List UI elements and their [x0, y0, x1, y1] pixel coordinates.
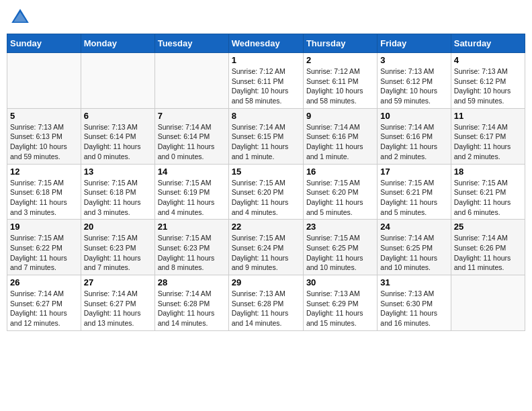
calendar-cell: 11Sunrise: 7:14 AM Sunset: 6:17 PM Dayli… [451, 108, 525, 164]
page-header [7, 7, 525, 28]
day-number: 17 [380, 167, 447, 177]
calendar-cell: 5Sunrise: 7:13 AM Sunset: 6:13 PM Daylig… [7, 108, 81, 164]
calendar-cell: 17Sunrise: 7:15 AM Sunset: 6:21 PM Dayli… [378, 164, 451, 220]
calendar-week-row: 12Sunrise: 7:15 AM Sunset: 6:18 PM Dayli… [7, 164, 525, 220]
calendar-cell: 3Sunrise: 7:13 AM Sunset: 6:12 PM Daylig… [378, 53, 451, 109]
day-number: 30 [306, 277, 374, 287]
calendar-cell [7, 53, 81, 109]
day-info: Sunrise: 7:15 AM Sunset: 6:20 PM Dayligh… [232, 178, 300, 218]
calendar-week-row: 5Sunrise: 7:13 AM Sunset: 6:13 PM Daylig… [7, 108, 525, 164]
day-number: 31 [380, 277, 447, 287]
weekday-header: Sunday [7, 34, 81, 53]
day-number: 20 [84, 222, 152, 232]
day-number: 26 [10, 277, 78, 287]
day-number: 12 [10, 167, 78, 177]
calendar-cell: 23Sunrise: 7:15 AM Sunset: 6:25 PM Dayli… [303, 220, 377, 275]
day-number: 2 [306, 55, 374, 65]
calendar-cell: 24Sunrise: 7:14 AM Sunset: 6:25 PM Dayli… [378, 220, 451, 275]
day-info: Sunrise: 7:12 AM Sunset: 6:11 PM Dayligh… [306, 66, 374, 106]
day-info: Sunrise: 7:14 AM Sunset: 6:17 PM Dayligh… [454, 122, 522, 162]
weekday-header: Monday [81, 34, 154, 53]
day-info: Sunrise: 7:15 AM Sunset: 6:20 PM Dayligh… [306, 178, 374, 218]
calendar-week-row: 26Sunrise: 7:14 AM Sunset: 6:27 PM Dayli… [7, 275, 525, 331]
calendar-cell: 6Sunrise: 7:13 AM Sunset: 6:14 PM Daylig… [81, 108, 154, 164]
calendar-cell: 13Sunrise: 7:15 AM Sunset: 6:18 PM Dayli… [81, 164, 154, 220]
weekday-header: Saturday [451, 34, 525, 53]
day-info: Sunrise: 7:14 AM Sunset: 6:15 PM Dayligh… [232, 122, 300, 162]
logo-icon [9, 7, 31, 28]
calendar-cell [81, 53, 154, 109]
day-info: Sunrise: 7:13 AM Sunset: 6:13 PM Dayligh… [10, 122, 78, 162]
weekday-header: Friday [378, 34, 451, 53]
calendar-cell: 22Sunrise: 7:15 AM Sunset: 6:24 PM Dayli… [228, 220, 303, 275]
day-info: Sunrise: 7:15 AM Sunset: 6:24 PM Dayligh… [232, 233, 300, 273]
calendar-cell: 27Sunrise: 7:14 AM Sunset: 6:27 PM Dayli… [81, 275, 154, 331]
calendar-table: SundayMondayTuesdayWednesdayThursdayFrid… [7, 34, 525, 331]
calendar-week-row: 1Sunrise: 7:12 AM Sunset: 6:11 PM Daylig… [7, 53, 525, 109]
day-number: 15 [232, 167, 300, 177]
day-info: Sunrise: 7:12 AM Sunset: 6:11 PM Dayligh… [232, 66, 300, 106]
calendar-cell: 18Sunrise: 7:15 AM Sunset: 6:21 PM Dayli… [451, 164, 525, 220]
day-number: 1 [232, 55, 300, 65]
day-info: Sunrise: 7:14 AM Sunset: 6:28 PM Dayligh… [158, 289, 226, 328]
day-number: 29 [232, 277, 300, 287]
day-info: Sunrise: 7:15 AM Sunset: 6:18 PM Dayligh… [10, 178, 78, 218]
day-info: Sunrise: 7:13 AM Sunset: 6:12 PM Dayligh… [380, 66, 447, 106]
day-number: 28 [158, 277, 226, 287]
calendar-cell: 28Sunrise: 7:14 AM Sunset: 6:28 PM Dayli… [154, 275, 228, 331]
weekday-header: Wednesday [228, 34, 303, 53]
day-info: Sunrise: 7:15 AM Sunset: 6:25 PM Dayligh… [306, 233, 374, 273]
calendar-cell [451, 275, 525, 331]
day-number: 23 [306, 222, 374, 232]
calendar-cell [154, 53, 228, 109]
calendar-week-row: 19Sunrise: 7:15 AM Sunset: 6:22 PM Dayli… [7, 220, 525, 275]
calendar-cell: 20Sunrise: 7:15 AM Sunset: 6:23 PM Dayli… [81, 220, 154, 275]
day-number: 8 [232, 111, 300, 121]
calendar-cell: 8Sunrise: 7:14 AM Sunset: 6:15 PM Daylig… [228, 108, 303, 164]
day-number: 19 [10, 222, 78, 232]
weekday-header-row: SundayMondayTuesdayWednesdayThursdayFrid… [7, 34, 525, 53]
logo [9, 7, 34, 28]
calendar-cell: 21Sunrise: 7:15 AM Sunset: 6:23 PM Dayli… [154, 220, 228, 275]
calendar-cell: 19Sunrise: 7:15 AM Sunset: 6:22 PM Dayli… [7, 220, 81, 275]
day-number: 22 [232, 222, 300, 232]
day-info: Sunrise: 7:15 AM Sunset: 6:18 PM Dayligh… [84, 178, 152, 218]
day-number: 11 [454, 111, 522, 121]
day-number: 25 [454, 222, 522, 232]
day-info: Sunrise: 7:14 AM Sunset: 6:16 PM Dayligh… [380, 122, 447, 162]
calendar-cell: 2Sunrise: 7:12 AM Sunset: 6:11 PM Daylig… [303, 53, 377, 109]
day-info: Sunrise: 7:15 AM Sunset: 6:23 PM Dayligh… [158, 233, 226, 273]
day-info: Sunrise: 7:14 AM Sunset: 6:14 PM Dayligh… [158, 122, 226, 162]
day-info: Sunrise: 7:13 AM Sunset: 6:29 PM Dayligh… [306, 289, 374, 328]
calendar-cell: 26Sunrise: 7:14 AM Sunset: 6:27 PM Dayli… [7, 275, 81, 331]
day-number: 10 [380, 111, 447, 121]
day-info: Sunrise: 7:15 AM Sunset: 6:19 PM Dayligh… [158, 178, 226, 218]
calendar-cell: 15Sunrise: 7:15 AM Sunset: 6:20 PM Dayli… [228, 164, 303, 220]
day-info: Sunrise: 7:14 AM Sunset: 6:25 PM Dayligh… [380, 233, 447, 273]
day-number: 13 [84, 167, 152, 177]
weekday-header: Tuesday [154, 34, 228, 53]
day-info: Sunrise: 7:13 AM Sunset: 6:12 PM Dayligh… [454, 66, 522, 106]
day-info: Sunrise: 7:13 AM Sunset: 6:14 PM Dayligh… [84, 122, 152, 162]
calendar-cell: 29Sunrise: 7:13 AM Sunset: 6:28 PM Dayli… [228, 275, 303, 331]
day-info: Sunrise: 7:15 AM Sunset: 6:21 PM Dayligh… [454, 178, 522, 218]
day-number: 4 [454, 55, 522, 65]
day-number: 5 [10, 111, 78, 121]
calendar-cell: 7Sunrise: 7:14 AM Sunset: 6:14 PM Daylig… [154, 108, 228, 164]
day-info: Sunrise: 7:15 AM Sunset: 6:23 PM Dayligh… [84, 233, 152, 273]
calendar-cell: 31Sunrise: 7:13 AM Sunset: 6:30 PM Dayli… [378, 275, 451, 331]
day-number: 16 [306, 167, 374, 177]
day-number: 14 [158, 167, 226, 177]
day-number: 6 [84, 111, 152, 121]
calendar-cell: 9Sunrise: 7:14 AM Sunset: 6:16 PM Daylig… [303, 108, 377, 164]
day-info: Sunrise: 7:15 AM Sunset: 6:22 PM Dayligh… [10, 233, 78, 273]
calendar-cell: 16Sunrise: 7:15 AM Sunset: 6:20 PM Dayli… [303, 164, 377, 220]
day-info: Sunrise: 7:15 AM Sunset: 6:21 PM Dayligh… [380, 178, 447, 218]
weekday-header: Thursday [303, 34, 377, 53]
calendar-cell: 1Sunrise: 7:12 AM Sunset: 6:11 PM Daylig… [228, 53, 303, 109]
calendar-cell: 10Sunrise: 7:14 AM Sunset: 6:16 PM Dayli… [378, 108, 451, 164]
day-number: 3 [380, 55, 447, 65]
calendar-cell: 25Sunrise: 7:14 AM Sunset: 6:26 PM Dayli… [451, 220, 525, 275]
calendar-cell: 30Sunrise: 7:13 AM Sunset: 6:29 PM Dayli… [303, 275, 377, 331]
day-info: Sunrise: 7:14 AM Sunset: 6:27 PM Dayligh… [84, 289, 152, 328]
